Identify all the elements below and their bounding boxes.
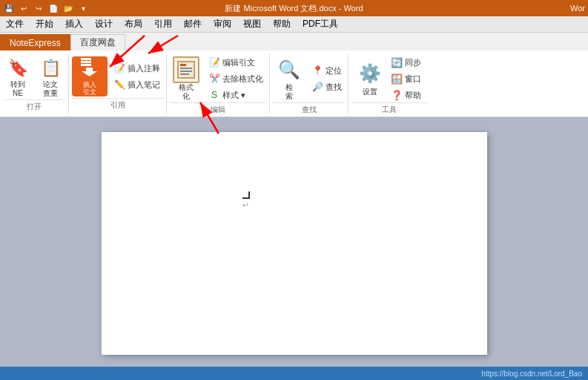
style-icon: S xyxy=(208,89,220,101)
insert-note-icon: 📝 xyxy=(113,62,125,74)
sync-label: 同步 xyxy=(405,57,421,68)
group-search-label: 查找 xyxy=(273,102,345,117)
ribbon-group-search: 🔍 检索 📍 定位 🔎 查找 查找 xyxy=(270,53,348,114)
format-icon xyxy=(173,56,199,83)
svg-rect-0 xyxy=(81,58,91,60)
remove-format-label: 去除格式化 xyxy=(222,73,263,85)
window-button[interactable]: 🪟 窗口 xyxy=(388,71,424,86)
svg-rect-2 xyxy=(81,64,91,66)
ribbon-group-edit: 格式化 📝 编辑引文 ✂️ 去除格式化 S 样式 ▾ 编辑 xyxy=(167,53,270,114)
format-label: 格式化 xyxy=(179,83,194,101)
group-edit-content: 格式化 📝 编辑引文 ✂️ 去除格式化 S 样式 ▾ xyxy=(170,55,266,102)
group-cite-content: 插入引文 📝 插入注释 ✏️ 插入笔记 xyxy=(72,55,163,98)
sync-icon: 🔄 xyxy=(391,56,403,68)
settings-icon: ⚙️ xyxy=(357,60,383,87)
menu-start[interactable]: 开始 xyxy=(30,16,59,32)
edit-cite-label: 编辑引文 xyxy=(222,57,255,68)
more-icon[interactable]: ▾ xyxy=(77,2,89,14)
title-bar: 💾 ↩ ↪ 📄 📂 ▾ 新建 Microsoft Word 文档.docx - … xyxy=(0,0,588,16)
redo-icon[interactable]: ↪ xyxy=(33,2,44,14)
remove-format-icon: ✂️ xyxy=(208,73,220,85)
new-icon[interactable]: 📄 xyxy=(47,2,59,14)
search-small-btns: 📍 定位 🔎 查找 xyxy=(308,63,345,94)
check-paper-button[interactable]: 📋 论文查重 xyxy=(36,55,65,99)
remove-format-button[interactable]: ✂️ 去除格式化 xyxy=(205,71,266,86)
goto-ne-label: 转到NE xyxy=(10,80,25,98)
style-button[interactable]: S 样式 ▾ xyxy=(205,88,266,102)
menu-help[interactable]: 帮助 xyxy=(267,16,297,32)
find-button[interactable]: 🔎 查找 xyxy=(308,79,345,94)
help-button[interactable]: ❓ 帮助 xyxy=(388,88,424,102)
ribbon-content: 🔖 转到NE 📋 论文查重 打开 xyxy=(0,50,588,117)
menu-layout[interactable]: 布局 xyxy=(119,16,148,32)
doc-cursor xyxy=(242,191,250,199)
edit-small-btns: 📝 编辑引文 ✂️ 去除格式化 S 样式 ▾ xyxy=(205,55,266,102)
group-tools-label: 工具 xyxy=(351,102,427,117)
group-open-label: 打开 xyxy=(3,99,65,114)
svg-rect-1 xyxy=(81,61,91,63)
svg-rect-7 xyxy=(180,71,192,72)
goto-ne-button[interactable]: 🔖 转到NE xyxy=(3,55,33,99)
document-area: ↵ xyxy=(0,117,588,367)
svg-rect-6 xyxy=(180,68,192,69)
cite-small-btns: 📝 插入注释 ✏️ 插入笔记 xyxy=(110,61,163,92)
goto-ne-icon: 🔖 xyxy=(6,56,30,80)
group-open-content: 🔖 转到NE 📋 论文查重 xyxy=(3,55,65,99)
group-tools-content: ⚙️ 设置 🔄 同步 🪟 窗口 ❓ 帮助 xyxy=(351,55,427,102)
svg-marker-3 xyxy=(82,68,97,76)
title-bar-right: Wor xyxy=(570,4,585,13)
tab-baiduyun[interactable]: 百度网盘 xyxy=(70,34,125,50)
window-label: 窗口 xyxy=(405,73,421,85)
menu-design[interactable]: 设计 xyxy=(89,16,119,32)
edit-cite-button[interactable]: 📝 编辑引文 xyxy=(205,55,266,70)
help-icon: ❓ xyxy=(391,89,403,101)
tools-small-btns: 🔄 同步 🪟 窗口 ❓ 帮助 xyxy=(388,55,424,102)
menu-view[interactable]: 视图 xyxy=(237,16,267,32)
status-bar: https://blog.csdn.net/Lord_Bao xyxy=(0,367,588,380)
menu-references[interactable]: 引用 xyxy=(148,16,178,32)
save-icon[interactable]: 💾 xyxy=(3,2,15,14)
group-cite-label: 引用 xyxy=(72,98,163,112)
window-title: 新建 Microsoft Word 文档.docx - Word xyxy=(225,3,363,14)
settings-label: 设置 xyxy=(363,87,377,97)
insert-note-label: 插入注释 xyxy=(128,63,160,74)
sync-button[interactable]: 🔄 同步 xyxy=(388,55,424,70)
group-search-content: 🔍 检索 📍 定位 🔎 查找 xyxy=(273,55,345,102)
open-icon[interactable]: 📂 xyxy=(62,2,74,14)
search-button[interactable]: 🔍 检索 xyxy=(273,55,305,102)
menu-file[interactable]: 文件 xyxy=(0,16,30,32)
group-edit-label: 编辑 xyxy=(170,102,266,117)
ribbon-group-open: 🔖 转到NE 📋 论文查重 打开 xyxy=(0,53,69,114)
menu-mail[interactable]: 邮件 xyxy=(178,16,208,32)
insert-cite-button[interactable]: 插入引文 xyxy=(72,56,108,96)
insert-cite-label: 插入引文 xyxy=(83,82,96,96)
insert-note-button[interactable]: 📝 插入注释 xyxy=(110,61,163,76)
tab-noteexpress[interactable]: NoteExpress xyxy=(0,34,70,50)
menu-bar: 文件 开始 插入 设计 布局 引用 邮件 审阅 视图 帮助 PDF工具 xyxy=(0,16,588,33)
find-label: 查找 xyxy=(326,82,342,93)
locate-label: 定位 xyxy=(326,65,342,76)
doc-enter-mark: ↵ xyxy=(242,200,249,210)
edit-cite-icon: 📝 xyxy=(208,56,220,68)
search-icon: 🔍 xyxy=(276,56,303,83)
check-paper-icon: 📋 xyxy=(39,56,62,80)
settings-button[interactable]: ⚙️ 设置 xyxy=(355,59,385,99)
insert-memo-label: 插入笔记 xyxy=(128,79,160,91)
ribbon-group-cite: 插入引文 📝 插入注释 ✏️ 插入笔记 引用 xyxy=(69,53,167,114)
svg-rect-8 xyxy=(180,73,189,75)
status-url: https://blog.csdn.net/Lord_Bao xyxy=(481,370,582,378)
menu-insert[interactable]: 插入 xyxy=(59,16,89,32)
format-button[interactable]: 格式化 xyxy=(170,55,202,102)
check-paper-label: 论文查重 xyxy=(43,80,58,98)
undo-icon[interactable]: ↩ xyxy=(18,2,30,14)
insert-memo-icon: ✏️ xyxy=(113,79,125,91)
menu-pdf[interactable]: PDF工具 xyxy=(297,16,344,32)
insert-memo-button[interactable]: ✏️ 插入笔记 xyxy=(110,77,163,92)
svg-rect-5 xyxy=(180,64,186,66)
locate-button[interactable]: 📍 定位 xyxy=(308,63,345,78)
menu-review[interactable]: 审阅 xyxy=(208,16,237,32)
style-label: 样式 ▾ xyxy=(222,90,245,101)
locate-icon: 📍 xyxy=(311,65,323,76)
ribbon-group-tools: ⚙️ 设置 🔄 同步 🪟 窗口 ❓ 帮助 工具 xyxy=(348,53,430,114)
document-page[interactable]: ↵ xyxy=(102,132,487,355)
